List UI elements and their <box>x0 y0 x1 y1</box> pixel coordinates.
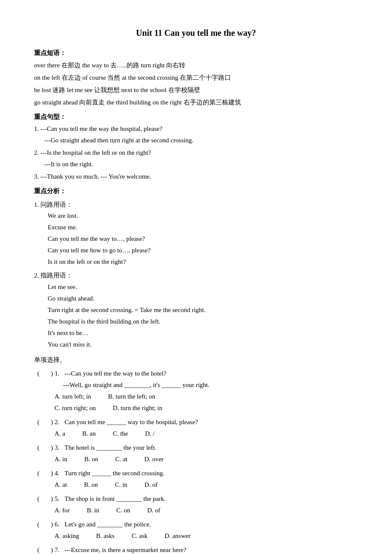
question-2-line: ( ) 2. Can you tell me ______ way to the… <box>34 416 358 428</box>
q2-opt-c: C. the <box>113 428 128 439</box>
paren-7-open: ( <box>34 544 43 555</box>
exercise-section: 单项选择。 ( ) 1. ---Can you tell me the way … <box>34 355 358 555</box>
q5-text: The shop is in front ________ the park. <box>61 493 166 505</box>
vocab-title: 重点短语： <box>34 48 358 59</box>
question-7-line: ( ) 7. ---Excuse me, is there a supermar… <box>34 544 358 555</box>
question-3-line: ( ) 3. The hotel is ________ the your le… <box>34 442 358 454</box>
analysis-2-item-1: Go straight ahead. <box>34 293 358 304</box>
q4-opt-c: C. in <box>115 479 127 491</box>
q5-options-row1: A. for B. in C. on D. of <box>34 505 358 516</box>
question-4-line: ( ) 4. Turn right ______ the second cros… <box>34 468 358 479</box>
q6-options-row1: A. asking B. asks C. ask D. answer <box>34 530 358 542</box>
paren-3-close: ) <box>51 442 53 454</box>
q2-num: 2. <box>55 416 59 428</box>
sentence-1: 1. ---Can you tell me the way the hospit… <box>34 123 358 146</box>
analysis-1-item-4: Is it on the left or on the right? <box>34 256 358 268</box>
q2-options-row1: A. a B. an C. the D. / <box>34 428 358 439</box>
q5-opt-b: B. in <box>87 505 99 516</box>
q3-opt-c: C. at <box>115 454 127 465</box>
question-7: ( ) 7. ---Excuse me, is there a supermar… <box>34 544 358 555</box>
vocab-line-1: over there 在那边 the way to 去…..的路 turn ri… <box>34 60 358 71</box>
q1-num: 1. <box>55 368 59 379</box>
q6-opt-c: C. ask <box>132 530 148 542</box>
q1-opt-c: C. turn right; on <box>55 402 96 414</box>
analysis-2-num: 2. 指路用语： <box>34 272 72 279</box>
analysis-section: 重点分析： 1. 问路用语： We are lost. Excuse me. C… <box>34 186 358 350</box>
q6-num: 6. <box>55 519 59 530</box>
paren-2-open: ( <box>34 416 43 428</box>
vocab-lines: over there 在那边 the way to 去…..的路 turn ri… <box>34 60 358 108</box>
vocab-line-2: on the left 在左边 of course 当然 at the seco… <box>34 72 358 84</box>
question-5: ( ) 5. The shop is in front ________ the… <box>34 493 358 516</box>
analysis-2-item-3: The hospital is the third building on th… <box>34 316 358 327</box>
analysis-title: 重点分析： <box>34 186 358 197</box>
analysis-1-num: 1. 问路用语： <box>34 201 72 208</box>
question-1: ( ) 1. ---Can you tell me the way to the… <box>34 368 358 414</box>
q6-opt-b: B. asks <box>96 530 115 542</box>
q4-num: 4. <box>55 468 59 479</box>
question-6-line: ( ) 6. Let's go and ________ the police. <box>34 519 358 530</box>
q3-opt-d: D. over <box>144 454 164 465</box>
q1-opt-d: D. turn the right; in <box>113 402 162 414</box>
sentence-2-q: 2. ---Is the hospital on the left or on … <box>34 149 151 156</box>
q5-opt-a: A. for <box>55 505 70 516</box>
analysis-1-item-3: Can you tell me how to go to…, please? <box>34 245 358 256</box>
analysis-2-item-2: Turn right at the second crossing. = Tak… <box>34 304 358 316</box>
q5-num: 5. <box>55 493 59 505</box>
analysis-1-item-0: We are lost. <box>34 210 358 222</box>
sentence-2: 2. ---Is the hospital on the left or on … <box>34 147 358 170</box>
paren-5-space <box>44 493 49 505</box>
sentence-2-a: ---It is on the right. <box>34 159 358 170</box>
paren-3-space <box>44 442 49 454</box>
paren-5-close: ) <box>51 493 53 505</box>
q6-opt-d: D. answer <box>164 530 190 542</box>
paren-2-close: ) <box>51 416 53 428</box>
q4-opt-d: D. of <box>144 479 158 491</box>
sentence-section: 重点句型： 1. ---Can you tell me the way the … <box>34 112 358 183</box>
paren-1-open: ( <box>34 368 43 379</box>
question-6: ( ) 6. Let's go and ________ the police.… <box>34 519 358 542</box>
exercise-title: 单项选择。 <box>34 355 358 366</box>
paren-6-close: ) <box>51 519 53 530</box>
analysis-2-item-4: It's next to be… <box>34 327 358 339</box>
paren-1-close: ) <box>51 368 53 379</box>
q6-text: Let's go and ________ the police. <box>61 519 151 530</box>
q3-num: 3. <box>55 442 59 454</box>
paren-7-space <box>44 544 49 555</box>
paren-7-close: ) <box>51 544 53 555</box>
q4-opt-b: B. on <box>84 479 98 491</box>
paren-5-open: ( <box>34 493 43 505</box>
analysis-2: 2. 指路用语： Let me see. Go straight ahead. … <box>34 270 358 350</box>
paren-1-space <box>44 368 49 379</box>
q1-options-row2: C. turn right; on D. turn the right; in <box>34 402 358 414</box>
question-3: ( ) 3. The hotel is ________ the your le… <box>34 442 358 465</box>
vocab-line-4: go straight ahead 向前直走 the third buildin… <box>34 97 358 108</box>
question-2: ( ) 2. Can you tell me ______ way to the… <box>34 416 358 439</box>
analysis-2-item-5: You can't miss it. <box>34 339 358 350</box>
q5-opt-d: D. of <box>147 505 161 516</box>
q1-options-row1: A. turn left; in B. turn the left; on <box>34 391 358 402</box>
paren-2-space <box>44 416 49 428</box>
sentence-3-q: 3. ---Thank you so much. --- You're welc… <box>34 173 151 180</box>
q1-sub: ---Well, go straight and ________, it's … <box>34 379 358 391</box>
paren-3-open: ( <box>34 442 43 454</box>
analysis-1: 1. 问路用语： We are lost. Excuse me. Can you… <box>34 199 358 268</box>
analysis-2-items: Let me see. Go straight ahead. Turn righ… <box>34 281 358 350</box>
sentence-title: 重点句型： <box>34 112 358 123</box>
sentence-3: 3. ---Thank you so much. --- You're welc… <box>34 171 358 182</box>
analysis-1-item-1: Excuse me. <box>34 222 358 233</box>
q2-opt-a: A. a <box>55 428 65 439</box>
q3-text: The hotel is ________ the your left. <box>61 442 156 454</box>
analysis-2-item-0: Let me see. <box>34 281 358 293</box>
paren-6-open: ( <box>34 519 43 530</box>
q7-num: 7. <box>55 544 59 555</box>
q1-opt-a: A. turn left; in <box>55 391 91 402</box>
q3-opt-a: A. in <box>55 454 67 465</box>
q4-opt-a: A. at <box>55 479 67 491</box>
question-4: ( ) 4. Turn right ______ the second cros… <box>34 468 358 491</box>
q1-text: ---Can you tell me the way to the hotel? <box>61 368 167 379</box>
paren-4-close: ) <box>51 468 53 479</box>
analysis-1-item-2: Can you tell me the way to…, please? <box>34 233 358 245</box>
paren-4-open: ( <box>34 468 43 479</box>
sentence-1-q: 1. ---Can you tell me the way the hospit… <box>34 125 162 132</box>
